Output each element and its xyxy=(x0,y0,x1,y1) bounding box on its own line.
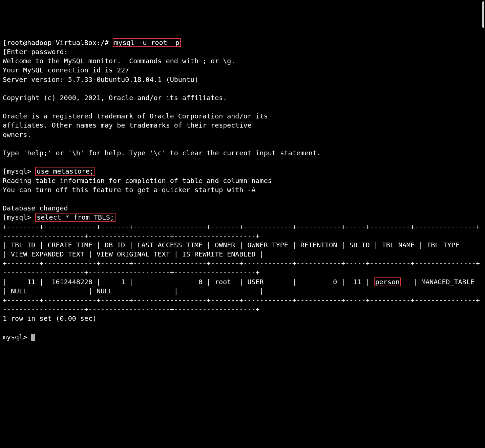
use-response-line: Database changed xyxy=(3,204,68,212)
welcome-line: affiliates. Other names may be trademark… xyxy=(3,121,252,129)
table-separator: +--------+-------------+-------+--------… xyxy=(3,296,480,313)
scrollbar-thumb[interactable] xyxy=(482,1,484,28)
result-footer: 1 row in set (0.00 sec) xyxy=(3,314,97,322)
shell-command-highlight: mysql -u root -p xyxy=(113,38,181,47)
cursor-icon xyxy=(31,334,35,341)
welcome-line: Copyright (c) 2000, 2021, Oracle and/or … xyxy=(3,94,227,102)
use-response-line: You can turn off this feature to get a q… xyxy=(3,186,256,194)
table-header: | TBL_ID | CREATE_TIME | DB_ID | LAST_AC… xyxy=(3,241,484,258)
welcome-line: Oracle is a registered trademark of Orac… xyxy=(3,112,268,120)
use-command-highlight: use metastore; xyxy=(35,167,95,176)
select-command-highlight: select * from TBLS; xyxy=(35,213,115,222)
table-row-pre: | 11 | 1612448228 | 1 | 0 | root | USER … xyxy=(3,278,374,286)
mysql-prompt: [mysql> xyxy=(3,167,35,175)
mysql-prompt: [mysql> xyxy=(3,213,35,221)
use-response-line: Reading table information for completion… xyxy=(3,177,272,185)
mysql-prompt-current[interactable]: mysql> xyxy=(3,333,31,341)
welcome-line: Server version: 5.7.33-0ubuntu0.18.04.1 … xyxy=(3,75,198,84)
welcome-line: Your MySQL connection id is 227 xyxy=(3,66,129,74)
shell-prompt: [root@hadoop-VirtualBox:/# xyxy=(3,39,113,47)
table-separator: +--------+-------------+-------+--------… xyxy=(3,259,480,276)
welcome-line: Welcome to the MySQL monitor. Commands e… xyxy=(3,57,235,65)
table-separator: +--------+-------------+-------+--------… xyxy=(3,223,480,240)
welcome-line: Type 'help;' or '\h' for help. Type '\c'… xyxy=(3,149,321,157)
terminal-output[interactable]: [root@hadoop-VirtualBox:/# mysql -u root… xyxy=(3,38,482,342)
table-row-person-highlight: person xyxy=(374,277,401,286)
welcome-line: [Enter password: xyxy=(3,48,68,56)
welcome-line: owners. xyxy=(3,131,31,139)
